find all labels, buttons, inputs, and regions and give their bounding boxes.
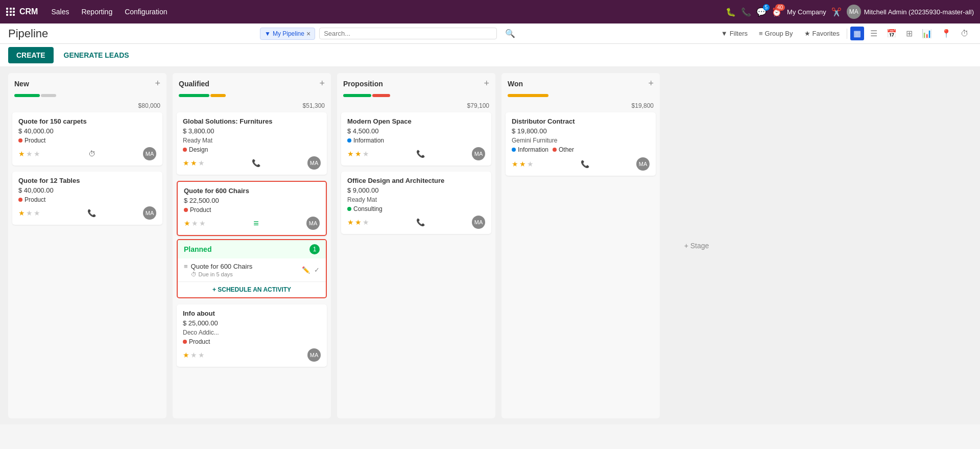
- star-3[interactable]: ★: [363, 218, 369, 226]
- star-1[interactable]: ★: [18, 209, 25, 217]
- star-3[interactable]: ★: [34, 209, 40, 217]
- chart-view-button[interactable]: 📊: [919, 27, 935, 40]
- bug-icon[interactable]: 🐛: [726, 7, 736, 17]
- star-3[interactable]: ★: [199, 219, 206, 227]
- bar-seg-gray: [41, 94, 56, 97]
- star-2[interactable]: ★: [519, 160, 526, 168]
- star-3[interactable]: ★: [363, 150, 369, 158]
- card-title: Global Solutions: Furnitures: [183, 117, 321, 125]
- col-amount-won: $19,800: [501, 102, 660, 109]
- activity-popup: Planned 1 ≡ Quote for 600 Chairs ⏱ Due i…: [177, 239, 327, 298]
- card-info-about[interactable]: Info about $ 25,000.00 Deco Addic... Pro…: [177, 304, 327, 367]
- star-2[interactable]: ★: [355, 150, 362, 158]
- card-sub: Ready Mat: [347, 196, 485, 203]
- groupby-button[interactable]: ≡ Group By: [755, 28, 797, 39]
- star-1[interactable]: ★: [512, 160, 518, 168]
- col-bar-qualified: [173, 94, 331, 101]
- search-input[interactable]: [324, 30, 492, 37]
- favorites-button[interactable]: ★ Favorites: [800, 28, 844, 39]
- card-office-design[interactable]: Office Design and Architecture $ 9,000.0…: [341, 172, 491, 234]
- filter-tag-mypipeline[interactable]: ▼ My Pipeline ×: [260, 28, 315, 40]
- card-quote-12-tables[interactable]: Quote for 12 Tables $ 40,000.00 Product …: [12, 172, 162, 225]
- card-avatar: MA: [143, 147, 156, 160]
- card-title: Office Design and Architecture: [347, 177, 485, 184]
- star-2[interactable]: ★: [26, 209, 33, 217]
- card-tag: Consulting: [347, 205, 485, 212]
- schedule-activity-button[interactable]: + SCHEDULE AN ACTIVITY: [178, 281, 326, 297]
- card-amount: $ 4,500.00: [347, 127, 485, 135]
- nav-item-reporting[interactable]: Reporting: [76, 6, 117, 18]
- card-avatar: MA: [472, 216, 485, 229]
- card-avatar: MA: [636, 157, 650, 171]
- generate-leads-button[interactable]: GENERATE LEADS: [58, 47, 135, 63]
- settings-icon[interactable]: ✂️: [831, 7, 842, 17]
- card-phone-icon[interactable]: 📞: [416, 218, 425, 226]
- star-1[interactable]: ★: [347, 218, 354, 226]
- card-distributor-contract[interactable]: Distributor Contract $ 19,800.00 Gemini …: [506, 112, 656, 176]
- activity-item-title[interactable]: Quote for 600 Chairs: [191, 263, 253, 270]
- clock-badge: 40: [775, 4, 785, 11]
- star-2[interactable]: ★: [26, 150, 33, 158]
- tag-label-info: Information: [518, 146, 548, 153]
- star-1[interactable]: ★: [184, 219, 190, 227]
- clock-icon[interactable]: ⏰ 40: [772, 7, 782, 17]
- activity-view-button[interactable]: ⏱: [958, 27, 972, 40]
- card-stars: ★ ★ ★: [512, 160, 534, 168]
- filter-tag-close[interactable]: ×: [306, 30, 310, 38]
- col-add-won[interactable]: +: [648, 78, 654, 89]
- activity-header: Planned 1: [178, 240, 326, 258]
- star-1[interactable]: ★: [347, 150, 354, 158]
- card-quote-150-carpets[interactable]: Quote for 150 carpets $ 40,000.00 Produc…: [12, 112, 162, 166]
- star-1[interactable]: ★: [18, 150, 25, 158]
- view-controls: ▼ Filters ≡ Group By ★ Favorites ▦ ☰ 📅 ⊞…: [717, 27, 972, 40]
- kanban-view-button[interactable]: ▦: [850, 27, 864, 40]
- add-stage-button[interactable]: + Stage: [666, 73, 727, 418]
- star-1[interactable]: ★: [183, 351, 189, 359]
- chat-badge: 5: [763, 4, 770, 11]
- col-add-proposition[interactable]: +: [484, 78, 489, 89]
- star-3[interactable]: ★: [527, 160, 534, 168]
- chat-icon[interactable]: 💬 5: [756, 7, 767, 17]
- phone-icon[interactable]: 📞: [741, 7, 751, 17]
- card-phone-icon[interactable]: 📞: [416, 150, 425, 158]
- star-3[interactable]: ★: [198, 351, 205, 359]
- star-2[interactable]: ★: [190, 351, 197, 359]
- edit-icon[interactable]: ✏️: [302, 266, 310, 274]
- star-3[interactable]: ★: [34, 150, 40, 158]
- pivot-view-button[interactable]: ⊞: [903, 27, 916, 40]
- card-phone-icon[interactable]: 📞: [252, 159, 260, 167]
- star-2[interactable]: ★: [190, 159, 197, 167]
- card-action-icon[interactable]: ⏱: [88, 150, 95, 158]
- card-phone-icon[interactable]: 📞: [581, 160, 589, 168]
- activity-table-icon[interactable]: ≡: [253, 218, 259, 229]
- search-button[interactable]: 🔍: [505, 29, 515, 38]
- app-logo[interactable]: CRM: [6, 7, 38, 16]
- list-view-button[interactable]: ☰: [867, 27, 880, 40]
- col-add-qualified[interactable]: +: [319, 78, 325, 89]
- star-2[interactable]: ★: [192, 219, 198, 227]
- card-modern-open-space[interactable]: Modern Open Space $ 4,500.00 Information…: [341, 112, 491, 166]
- nav-right: 🐛 📞 💬 5 ⏰ 40 My Company ✂️ MA Mitchell A…: [726, 5, 974, 19]
- column-proposition: Proposition + $79,100 Modern Open Space …: [337, 73, 495, 418]
- col-add-new[interactable]: +: [155, 78, 160, 89]
- card-stars: ★ ★ ★: [18, 150, 40, 158]
- user-menu[interactable]: MA Mitchell Admin (20235930-master-all): [847, 5, 974, 19]
- calendar-view-button[interactable]: 📅: [883, 27, 900, 40]
- card-global-solutions[interactable]: Global Solutions: Furnitures $ 3,800.00 …: [177, 112, 327, 175]
- card-stars: ★ ★ ★: [183, 159, 205, 167]
- star-1[interactable]: ★: [183, 159, 189, 167]
- card-title: Quote for 150 carpets: [18, 117, 156, 125]
- filters-button[interactable]: ▼ Filters: [717, 28, 752, 39]
- map-view-button[interactable]: 📍: [938, 27, 954, 40]
- star-2[interactable]: ★: [355, 218, 362, 226]
- star-3[interactable]: ★: [198, 159, 205, 167]
- nav-item-configuration[interactable]: Configuration: [119, 6, 172, 18]
- create-button[interactable]: CREATE: [8, 47, 54, 63]
- card-quote-600-chairs[interactable]: Quote for 600 Chairs $ 22,500.00 Product…: [177, 181, 327, 236]
- activity-actions: ✏️ ✓: [302, 266, 320, 274]
- nav-item-sales[interactable]: Sales: [46, 6, 74, 18]
- user-avatar: MA: [847, 5, 861, 19]
- check-icon[interactable]: ✓: [314, 266, 320, 274]
- card-sub: Gemini Furniture: [512, 137, 650, 144]
- card-phone-icon[interactable]: 📞: [87, 209, 96, 217]
